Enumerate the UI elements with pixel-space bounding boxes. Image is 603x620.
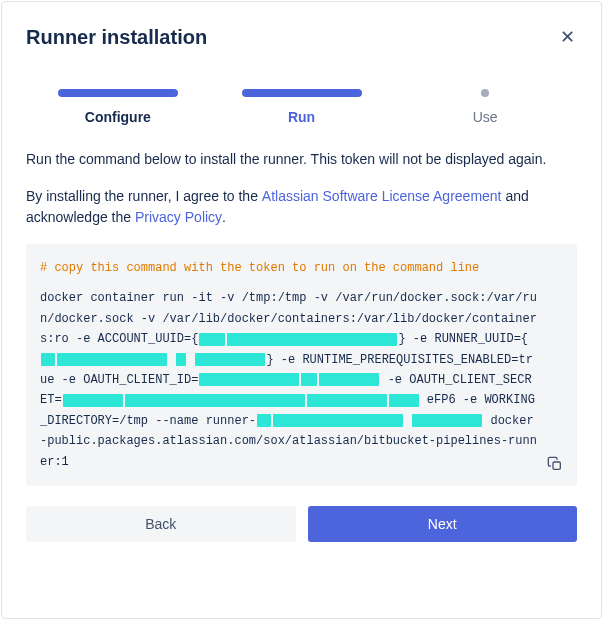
redacted-segment — [301, 373, 317, 386]
code-body: docker container run -it -v /tmp:/tmp -v… — [40, 288, 537, 472]
code-redacted-line — [198, 373, 380, 387]
redacted-segment — [176, 353, 186, 366]
redacted-segment — [257, 414, 271, 427]
runner-installation-modal: Runner installation ✕ Configure Run Use … — [1, 1, 602, 619]
code-comment: # copy this command with the token to ru… — [40, 258, 537, 278]
code-segment: } -e RUNNER_UUID={ — [398, 332, 528, 346]
code-redacted-line — [62, 393, 420, 407]
command-code-block: # copy this command with the token to ru… — [26, 244, 577, 486]
copy-button[interactable] — [543, 452, 567, 476]
redacted-segment — [227, 333, 397, 346]
modal-footer: Back Next — [26, 506, 577, 542]
modal-header: Runner installation ✕ — [26, 26, 577, 49]
step-configure: Configure — [26, 89, 210, 125]
close-button[interactable]: ✕ — [558, 26, 577, 48]
agreement-text: By installing the runner, I agree to the… — [26, 186, 577, 228]
redacted-segment — [195, 353, 265, 366]
modal-title: Runner installation — [26, 26, 207, 49]
step-run: Run — [210, 89, 394, 125]
step-dot-icon — [481, 89, 489, 97]
redacted-segment — [319, 373, 379, 386]
code-redacted-line — [256, 414, 483, 428]
redacted-segment — [307, 394, 387, 407]
stepper: Configure Run Use — [26, 89, 577, 125]
step-label: Run — [288, 109, 315, 125]
redacted-segment — [389, 394, 419, 407]
close-icon: ✕ — [560, 27, 575, 47]
redacted-segment — [199, 333, 225, 346]
svg-rect-0 — [553, 462, 560, 469]
redacted-segment — [273, 414, 403, 427]
privacy-policy-link[interactable]: Privacy Policy — [135, 209, 222, 225]
redacted-segment — [41, 353, 55, 366]
copy-icon — [547, 456, 563, 472]
code-redacted-line — [40, 353, 266, 367]
redacted-segment — [199, 373, 299, 386]
license-agreement-link[interactable]: Atlassian Software License Agreement — [262, 188, 502, 204]
instruction-text: Run the command below to install the run… — [26, 149, 577, 170]
redacted-segment — [63, 394, 123, 407]
agree-suffix: . — [222, 209, 226, 225]
step-use: Use — [393, 89, 577, 125]
redacted-segment — [412, 414, 482, 427]
code-redacted-line — [198, 332, 398, 346]
step-label: Configure — [85, 109, 151, 125]
next-button[interactable]: Next — [308, 506, 578, 542]
redacted-segment — [57, 353, 167, 366]
step-bar-icon — [58, 89, 178, 97]
redacted-segment — [125, 394, 305, 407]
back-button[interactable]: Back — [26, 506, 296, 542]
step-label: Use — [473, 109, 498, 125]
step-bar-icon — [242, 89, 362, 97]
agree-prefix: By installing the runner, I agree to the — [26, 188, 262, 204]
